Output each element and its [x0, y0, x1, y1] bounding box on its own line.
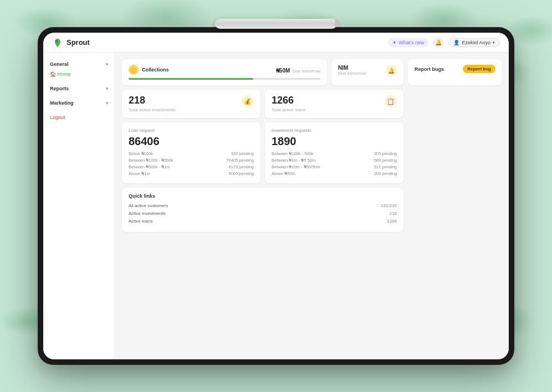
stat-loans-header: 1266 Total active loans 📋 [272, 95, 397, 112]
whats-new-button[interactable]: ✦ What's new [388, 38, 428, 47]
quick-link-row-2: Active investments 218 [129, 211, 397, 216]
bell-nav-icon[interactable]: 🔔 [433, 37, 444, 48]
app-layout: General ▾ 🏠 Home Reports ▾ Marketing ▾ [43, 53, 509, 359]
quick-link-row-1: All active customers 232/230 [129, 203, 397, 208]
main-content: 🪙 Collections ₦50M Due tomorrow [115, 53, 509, 359]
quick-link-label-3[interactable]: Active loans [129, 219, 152, 224]
collections-header: 🪙 Collections ₦50M Due tomorrow [129, 65, 320, 75]
loan-request-number: 86406 [129, 135, 254, 148]
loan-pending-4: 5005 pending [229, 171, 254, 176]
stat-investments-number: 218 [129, 95, 176, 106]
quick-link-value-2: 218 [390, 211, 397, 216]
inv-range-3: Between ₦10m - ₦50/50m [272, 164, 320, 169]
sprout-logo-icon [52, 37, 63, 48]
sidebar-section-marketing: Marketing ▾ [43, 98, 115, 108]
nim-card: NIM Due tomorrow 🔔 [331, 59, 403, 85]
loan-row-4: Above ₦1m 5005 pending [129, 171, 254, 176]
quick-link-value-1: 232/230 [381, 203, 397, 208]
quick-link-row-3: Active loans 1266 [129, 219, 397, 224]
sidebar-section-marketing-header[interactable]: Marketing ▾ [43, 98, 115, 108]
tablet: Sprout ✦ What's new 🔔 👤 Ezekiel Anyo ▾ [38, 27, 514, 365]
inv-row-4: Above ₦50m 209 pending [272, 171, 397, 176]
general-label: General [50, 61, 69, 67]
inv-range-4: Above ₦50m [272, 171, 295, 176]
collections-card: 🪙 Collections ₦50M Due tomorrow [122, 59, 327, 85]
collections-title-row: 🪙 Collections [129, 65, 169, 75]
report-bug-button[interactable]: Report bug [463, 65, 495, 73]
stats-right-spacer [408, 90, 502, 118]
collections-title: Collections [142, 67, 169, 73]
active-loans-card: 1266 Total active loans 📋 [265, 90, 403, 118]
nim-value: NIM [338, 65, 366, 71]
loan-request-title: Loan request [129, 128, 254, 133]
loan-row-3: Between ₦500k - ₦1m 6173 pending [129, 164, 254, 169]
tablet-screen: Sprout ✦ What's new 🔔 👤 Ezekiel Anyo ▾ [43, 33, 509, 359]
user-badge[interactable]: 👤 Ezekiel Anyo ▾ [448, 38, 500, 47]
sidebar: General ▾ 🏠 Home Reports ▾ Marketing ▾ [43, 53, 115, 359]
loan-row-1: Below ₦100k 333 pending [129, 151, 254, 156]
nim-bell-icon: 🔔 [386, 65, 397, 76]
inv-pending-3: 312 pending [374, 164, 397, 169]
collections-subtitle: Due tomorrow [293, 69, 320, 74]
stat-loans-info: 1266 Total active loans [272, 95, 305, 112]
user-name: Ezekiel Anyo [462, 40, 490, 45]
user-avatar-icon: 👤 [453, 40, 459, 45]
quick-link-value-3: 1266 [387, 219, 397, 224]
loan-row-2: Between ₦100k - ₦500k 70405 pending [129, 158, 254, 163]
investment-request-card: Investment requests 1890 Between ₦100k -… [265, 122, 403, 183]
investment-request-rows: Between ₦100k - 500k 305 pending Between… [272, 151, 397, 176]
sidebar-section-reports-header[interactable]: Reports ▾ [43, 84, 115, 94]
report-bugs-card: Report bugs Report bug [408, 59, 502, 85]
investment-request-title: Investment requests [272, 128, 397, 133]
stat-loans-icon: 📋 [385, 95, 397, 107]
loan-pending-2: 70405 pending [226, 158, 254, 163]
stat-investments-icon: 💰 [242, 95, 254, 107]
stat-investments-label: Total active investments [129, 107, 176, 112]
sidebar-item-home[interactable]: 🏠 Home [43, 69, 115, 79]
sidebar-section-reports: Reports ▾ [43, 84, 115, 94]
top-cards-row: 🪙 Collections ₦50M Due tomorrow [122, 59, 502, 85]
loan-pending-3: 6173 pending [229, 164, 254, 169]
sidebar-section-general-header[interactable]: General ▾ [43, 59, 115, 69]
quick-link-label-1[interactable]: All active customers [129, 203, 168, 208]
collections-progress-bar [129, 78, 320, 80]
inv-pending-2: 569 pending [374, 158, 397, 163]
stat-investments-header: 218 Total active investments 💰 [129, 95, 254, 112]
collections-value-area: ₦50M Due tomorrow [276, 65, 320, 75]
active-investments-card: 218 Total active investments 💰 [122, 90, 260, 118]
loan-request-card: Loan request 86406 Below ₦100k 333 pendi… [122, 122, 260, 183]
reports-chevron-icon: ▾ [106, 86, 108, 91]
nim-info: NIM Due tomorrow [338, 65, 366, 76]
stylus [215, 19, 337, 29]
quick-links-right-spacer [408, 188, 502, 232]
inv-pending-4: 209 pending [374, 171, 397, 176]
loan-pending-1: 333 pending [231, 151, 254, 156]
general-chevron-icon: ▾ [106, 62, 108, 67]
inv-range-2: Between ₦1m - ₦5.50m [272, 158, 315, 163]
collections-coin-icon: 🪙 [129, 65, 139, 75]
logo-area: Sprout [52, 37, 90, 48]
marketing-label: Marketing [50, 100, 74, 106]
quick-link-label-2[interactable]: Active investments [129, 211, 166, 216]
logo-text: Sprout [67, 38, 90, 47]
stat-loans-label: Total active loans [272, 107, 305, 112]
requests-row: Loan request 86406 Below ₦100k 333 pendi… [122, 122, 502, 183]
inv-row-2: Between ₦1m - ₦5.50m 569 pending [272, 158, 397, 163]
requests-right-spacer [408, 122, 502, 183]
logout-button[interactable]: Logout [43, 112, 115, 122]
inv-range-1: Between ₦100k - 500k [272, 151, 313, 156]
star-icon: ✦ [392, 40, 397, 45]
collections-value: ₦50M [276, 68, 290, 74]
stat-loans-number: 1266 [272, 95, 305, 106]
report-bugs-title: Report bugs [415, 66, 444, 72]
inv-pending-1: 305 pending [374, 151, 397, 156]
quick-links-card: Quick links All active customers 232/230… [122, 188, 403, 232]
quick-links-row: Quick links All active customers 232/230… [122, 188, 502, 232]
loan-range-4: Above ₦1m [129, 171, 150, 176]
inv-row-3: Between ₦10m - ₦50/50m 312 pending [272, 164, 397, 169]
top-nav: Sprout ✦ What's new 🔔 👤 Ezekiel Anyo ▾ [43, 33, 509, 53]
whats-new-label: What's new [398, 40, 424, 45]
nim-label: Due tomorrow [338, 71, 366, 76]
loan-range-3: Between ₦500k - ₦1m [129, 164, 170, 169]
quick-links-items: All active customers 232/230 Active inve… [129, 203, 397, 224]
